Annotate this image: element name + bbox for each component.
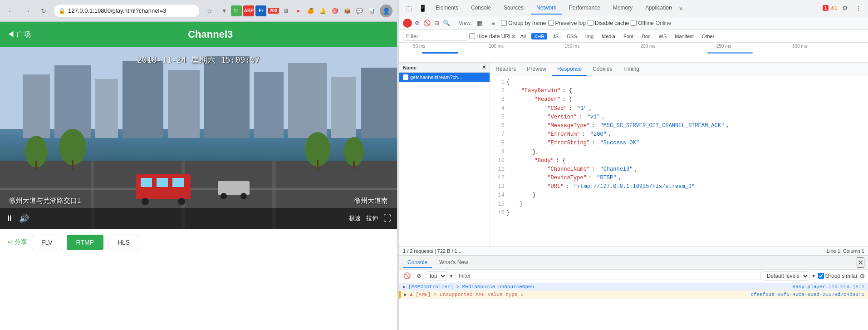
grid-view-button[interactable]: ▦ — [474, 17, 485, 29]
disable-cache-checkbox[interactable] — [588, 20, 593, 26]
offline-label[interactable]: Offline — [631, 20, 653, 26]
console-gear-icon[interactable]: ⚙ — [859, 272, 865, 280]
network-row-0[interactable]: getchannelstream?ch... — [399, 73, 490, 82]
ext-chat-icon[interactable]: 💬 — [354, 5, 365, 16]
filter-all-btn[interactable]: All — [518, 33, 529, 39]
json-token-punc: , — [602, 113, 605, 122]
ext-screen-icon[interactable]: 🖥 — [280, 5, 291, 16]
filter-xhr-btn[interactable]: XHR — [531, 33, 547, 39]
address-bar[interactable]: 🔒 127.0.0.1:10800/play.html?channel=3 — [54, 4, 200, 18]
response-tab[interactable]: Response — [552, 63, 587, 76]
stop-recording-icon[interactable]: ⊘ — [414, 19, 421, 27]
offline-checkbox[interactable] — [631, 20, 637, 26]
expand-icon-0[interactable]: ▶ — [403, 284, 406, 290]
console-link-1[interactable]: cfeef93e-03f6-42ca-92ed-25578d7c4b93:1 — [750, 292, 864, 297]
ext-orange-icon[interactable]: 🍊 — [305, 5, 316, 16]
console-tab[interactable]: Console — [403, 257, 432, 268]
filter-doc-btn[interactable]: Doc — [639, 33, 653, 39]
tab-network[interactable]: Network — [531, 2, 562, 15]
console-link-0[interactable]: easy-player-lib.min.js:1 — [793, 284, 864, 290]
speed-label[interactable]: 极速 — [349, 214, 361, 222]
stretch-label[interactable]: 拉伸 — [366, 214, 378, 222]
preserve-log-label[interactable]: Preserve log — [548, 20, 586, 26]
ext-target-icon[interactable]: 🎯 — [329, 5, 340, 16]
tab-sources[interactable]: Sources — [498, 2, 529, 15]
search-icon[interactable]: 🔍 — [442, 19, 451, 27]
line-number: 16 — [494, 209, 505, 217]
device-mode-button[interactable]: 📱 — [417, 2, 428, 14]
json-token-punc: } — [506, 191, 536, 200]
group-by-frame-label[interactable]: Group by frame — [501, 20, 546, 26]
cookies-tab[interactable]: Cookies — [587, 63, 618, 76]
preview-tab[interactable]: Preview — [521, 63, 552, 76]
console-context-icon[interactable]: ⊘ — [414, 271, 424, 281]
inspect-element-button[interactable]: ⬚ — [403, 2, 415, 14]
ext-v-icon[interactable]: ▼ — [219, 5, 230, 16]
tab-elements[interactable]: Elements — [430, 2, 464, 15]
hide-data-urls-label[interactable]: Hide data URLs — [469, 33, 515, 39]
console-clear-icon[interactable]: 🚫 — [402, 271, 412, 281]
ext-fr-icon[interactable]: Fr — [255, 5, 266, 16]
back-button[interactable]: ◀ 广场 — [7, 30, 31, 39]
record-button[interactable] — [403, 19, 412, 28]
group-by-frame-checkbox[interactable] — [501, 20, 507, 26]
hide-data-urls-checkbox[interactable] — [469, 33, 475, 39]
clear-network-icon[interactable]: 🚫 — [422, 19, 432, 27]
filter-font-btn[interactable]: Font — [621, 33, 636, 39]
volume-button[interactable]: 🔊 — [19, 213, 29, 223]
ext-box-icon[interactable]: 📦 — [342, 5, 353, 16]
console-levels-select[interactable]: Default levels — [763, 271, 809, 281]
hls-format-button[interactable]: HLS — [108, 235, 139, 250]
filter-icon[interactable]: ⊟ — [433, 19, 440, 27]
console-context-select[interactable]: top — [426, 271, 447, 281]
share-button[interactable]: ↩ 分享 — [7, 238, 27, 246]
tab-memory[interactable]: Memory — [608, 2, 638, 15]
flv-format-button[interactable]: FLV — [32, 235, 62, 250]
filter-media-btn[interactable]: Media — [599, 33, 618, 39]
back-button[interactable]: ← — [5, 5, 17, 17]
forward-button[interactable]: → — [21, 5, 34, 17]
console-close-button[interactable]: ✕ — [857, 257, 864, 268]
group-similar-checkbox[interactable] — [818, 273, 824, 279]
tab-performance[interactable]: Performance — [564, 2, 606, 15]
headers-tab[interactable]: Headers — [490, 63, 521, 76]
filter-img-btn[interactable]: Img — [583, 33, 596, 39]
bookmark-star-button[interactable]: ☆ — [203, 5, 216, 17]
context-dropdown-icon[interactable]: ▼ — [449, 273, 454, 279]
filter-manifest-btn[interactable]: Manifest — [672, 33, 696, 39]
ext-abp-icon[interactable]: ABP — [243, 5, 254, 16]
tab-console[interactable]: Console — [466, 2, 496, 15]
json-token-punc: , — [608, 130, 612, 139]
disable-cache-label[interactable]: Disable cache — [588, 20, 629, 26]
more-tabs-icon[interactable]: » — [679, 5, 683, 12]
levels-dropdown-icon[interactable]: ▼ — [811, 273, 816, 279]
filter-js-btn[interactable]: JS — [550, 33, 561, 39]
ext-chart-icon[interactable]: 📊 — [366, 5, 377, 16]
filter-ws-btn[interactable]: WS — [656, 33, 670, 39]
group-similar-label[interactable]: Group similar — [818, 273, 858, 279]
ext-bell-icon[interactable]: 🔔 — [317, 5, 328, 16]
line-number: 8 — [494, 139, 505, 148]
tab-application[interactable]: Application — [640, 2, 677, 15]
fullscreen-button[interactable]: ⛶ — [383, 214, 392, 223]
ext-red-icon[interactable]: ● — [293, 5, 304, 16]
rtmp-format-button[interactable]: RTMP — [67, 235, 103, 250]
list-view-button[interactable]: ≡ — [487, 17, 499, 29]
filter-css-btn[interactable]: CSS — [564, 33, 580, 39]
ext-shield-icon[interactable]: 🛡 — [231, 5, 242, 16]
filter-input[interactable] — [403, 32, 466, 41]
preserve-log-checkbox[interactable] — [548, 20, 554, 26]
filter-other-btn[interactable]: Other — [699, 33, 717, 39]
refresh-button[interactable]: ↻ — [37, 5, 50, 17]
expand-icon-1[interactable]: ▶ — [404, 292, 407, 297]
ext-200-badge[interactable]: 200 — [268, 8, 279, 14]
close-list-icon[interactable]: ✕ — [482, 64, 486, 70]
svg-point-31 — [221, 193, 227, 199]
pause-button[interactable]: ⏸ — [5, 214, 14, 223]
timing-tab[interactable]: Timing — [618, 63, 645, 76]
console-filter-input[interactable] — [456, 272, 761, 280]
devtools-settings-button[interactable]: ⚙ — [839, 2, 851, 14]
whats-new-tab[interactable]: What's New — [435, 257, 473, 268]
devtools-menu-button[interactable]: ⋮ — [853, 2, 864, 14]
profile-icon[interactable]: 👤 — [380, 5, 392, 17]
